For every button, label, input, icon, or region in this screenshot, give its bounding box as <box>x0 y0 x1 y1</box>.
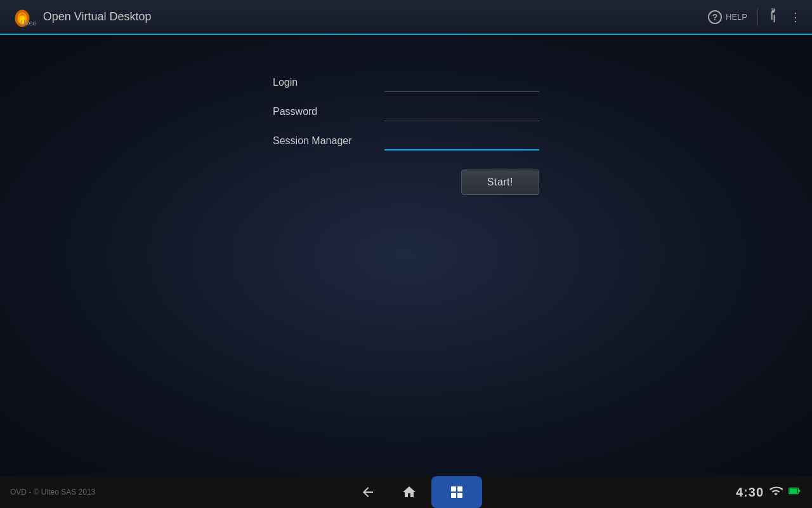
wrench-icon[interactable] <box>764 6 787 28</box>
recents-button[interactable] <box>431 476 482 508</box>
svg-rect-3 <box>451 486 456 491</box>
login-row: Login <box>273 73 539 92</box>
wifi-icon <box>769 484 783 501</box>
battery-icon <box>788 484 802 501</box>
login-input[interactable] <box>384 73 539 92</box>
main-content: Login Password Session Manager Start! <box>0 35 812 476</box>
logo-area: Ulteo <box>10 5 37 29</box>
session-manager-input[interactable] <box>384 131 539 150</box>
bottom-nav <box>349 476 482 508</box>
home-icon <box>402 485 417 500</box>
status-area: 4:30 <box>736 484 802 501</box>
ulteo-label: Ulteo <box>20 19 37 27</box>
svg-rect-9 <box>799 490 801 492</box>
help-label: HELP <box>726 12 747 22</box>
button-row: Start! <box>273 170 539 195</box>
home-button[interactable] <box>387 476 431 508</box>
copyright-text: OVD - © Ulteo SAS 2013 <box>10 488 95 497</box>
login-label: Login <box>273 77 374 88</box>
kebab-menu-icon[interactable]: ⋮ <box>790 10 802 24</box>
password-label: Password <box>273 106 374 117</box>
help-button[interactable]: ? HELP <box>708 10 747 24</box>
password-row: Password <box>273 102 539 121</box>
app-title: Open Virtual Desktop <box>43 10 152 23</box>
back-button[interactable] <box>349 476 387 508</box>
divider <box>757 8 758 26</box>
password-input[interactable] <box>384 102 539 121</box>
top-bar: Ulteo Open Virtual Desktop ? HELP ⋮ <box>0 0 812 35</box>
svg-rect-5 <box>457 486 462 491</box>
svg-rect-8 <box>790 488 797 493</box>
svg-rect-6 <box>457 493 462 498</box>
top-bar-actions: ? HELP ⋮ <box>708 8 802 26</box>
login-form: Login Password Session Manager Start! <box>273 73 539 195</box>
time-display: 4:30 <box>736 485 764 500</box>
recents-icon <box>449 485 464 500</box>
back-icon <box>360 485 376 500</box>
session-manager-label: Session Manager <box>273 135 374 147</box>
svg-rect-4 <box>451 493 456 498</box>
start-button[interactable]: Start! <box>461 170 539 195</box>
bottom-bar: OVD - © Ulteo SAS 2013 4:30 <box>0 476 812 508</box>
session-manager-row: Session Manager <box>273 131 539 150</box>
help-question-icon: ? <box>708 10 722 24</box>
